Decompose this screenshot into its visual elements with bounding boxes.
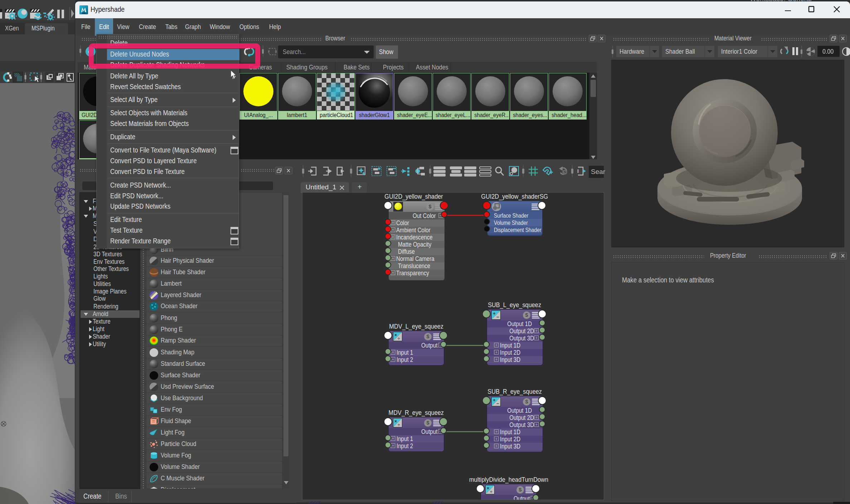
- svg-text:−: −: [496, 314, 499, 319]
- svg-text:÷: ÷: [398, 422, 400, 427]
- svg-text:−: −: [496, 401, 499, 406]
- svg-text:÷: ÷: [398, 336, 400, 341]
- svg-text:+: +: [493, 311, 496, 316]
- svg-text:×: ×: [487, 486, 489, 491]
- svg-text:×: ×: [394, 419, 397, 424]
- svg-text:×: ×: [394, 333, 397, 338]
- svg-text:÷: ÷: [490, 489, 492, 494]
- svg-text:+: +: [493, 397, 496, 403]
